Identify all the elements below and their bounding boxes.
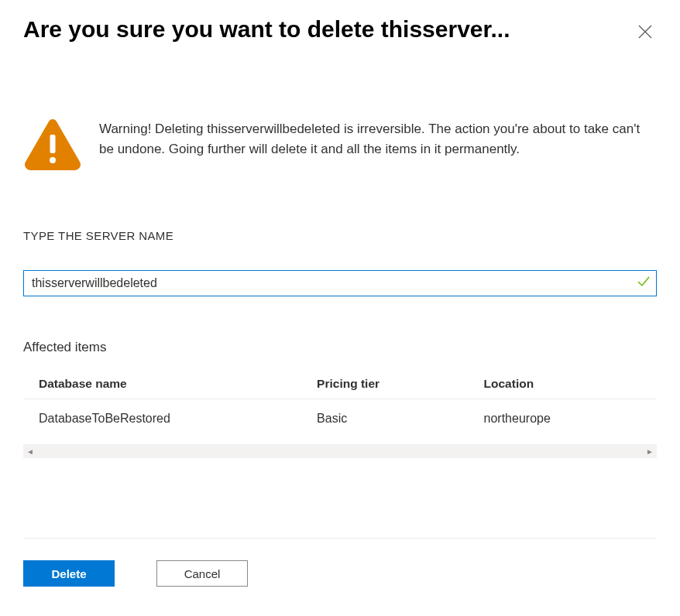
svg-rect-0: [50, 135, 56, 153]
close-icon: [638, 25, 652, 39]
affected-items-title: Affected items: [23, 340, 657, 355]
server-name-input-wrap: [23, 270, 657, 296]
cancel-button[interactable]: Cancel: [156, 560, 248, 587]
scroll-right-icon[interactable]: ►: [646, 447, 654, 456]
delete-confirm-dialog: Are you sure you want to delete thisserv…: [0, 0, 680, 616]
server-name-input[interactable]: [23, 270, 657, 296]
dialog-footer: Delete Cancel: [23, 538, 657, 601]
horizontal-scrollbar[interactable]: ◄ ►: [23, 444, 657, 458]
dialog-header: Are you sure you want to delete thisserv…: [23, 15, 657, 43]
column-database-name: Database name: [39, 377, 317, 391]
affected-items-table: Database name Pricing tier Location Data…: [23, 369, 657, 458]
warning-icon: [23, 118, 82, 173]
warning-banner: Warning! Deleting thisserverwillbedelete…: [23, 118, 657, 173]
warning-text: Warning! Deleting thisserverwillbedelete…: [99, 118, 657, 159]
svg-point-1: [50, 157, 56, 163]
delete-button[interactable]: Delete: [23, 560, 115, 587]
table-header-row: Database name Pricing tier Location: [23, 369, 657, 399]
checkmark-icon: [637, 275, 651, 292]
cell-location: northeurope: [484, 407, 657, 430]
cell-database-name: DatabaseToBeRestored: [39, 407, 317, 430]
column-location: Location: [484, 377, 657, 391]
dialog-title: Are you sure you want to delete thisserv…: [23, 15, 510, 43]
scroll-left-icon[interactable]: ◄: [26, 447, 34, 456]
column-pricing-tier: Pricing tier: [317, 377, 483, 391]
table-row: DatabaseToBeRestored Basic northeurope: [23, 399, 657, 438]
cell-pricing-tier: Basic: [317, 407, 483, 430]
server-name-label: TYPE THE SERVER NAME: [23, 229, 657, 242]
close-button[interactable]: [634, 20, 657, 43]
